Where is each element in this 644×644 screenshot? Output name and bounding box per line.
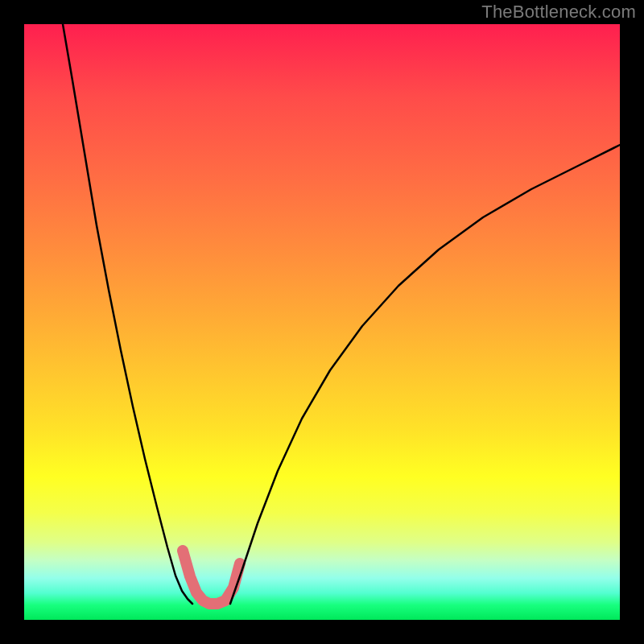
right-branch-path — [230, 145, 620, 604]
plot-area — [24, 24, 620, 620]
chart-frame: TheBottleneck.com — [0, 0, 644, 644]
bottleneck-curve — [24, 24, 620, 620]
valley-highlight-path — [183, 551, 240, 604]
watermark-text: TheBottleneck.com — [481, 2, 636, 23]
left-branch-path — [63, 24, 192, 604]
